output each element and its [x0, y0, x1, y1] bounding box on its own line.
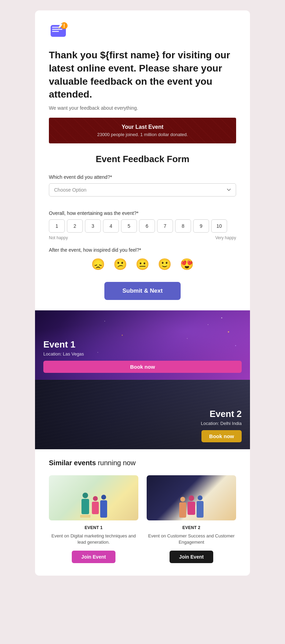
rating-labels: Not happy Very happy	[49, 235, 236, 240]
rating-7[interactable]: 7	[157, 219, 173, 233]
emoji-sad[interactable]: 😕	[112, 256, 129, 272]
rating-very-happy: Very happy	[215, 235, 236, 240]
similar-event-2-label: EVENT 2	[182, 525, 200, 530]
event-banner-subtitle: 23000 people joined. 1 million dollar do…	[56, 132, 229, 137]
event-2-name: Event 2	[210, 409, 242, 419]
emoji-very-happy[interactable]: 😍	[179, 256, 195, 272]
similar-event-2-join-button[interactable]: Join Event	[170, 551, 214, 563]
emoji-row: 😞 😕 😐 🙂 😍	[49, 256, 236, 272]
emoji-neutral[interactable]: 😐	[134, 256, 151, 272]
similar-event-1-join-button[interactable]: Join Event	[72, 551, 116, 563]
svg-rect-3	[52, 31, 59, 32]
event-card-2: Event 2 Location: Delhi India Book now	[35, 380, 250, 449]
event-2-location: Location: Delhi India	[201, 421, 242, 426]
event-1-name: Event 1	[43, 339, 242, 350]
event-1-location: Location: Las Vegas	[43, 351, 242, 357]
similar-event-1-thumb	[49, 475, 138, 520]
similar-event-2: EVENT 2 Event on Customer Success and Cu…	[147, 475, 236, 563]
similar-events-title: Similar events running now	[49, 459, 236, 467]
rating-9[interactable]: 9	[193, 219, 209, 233]
svg-rect-5	[64, 24, 64, 26]
svg-rect-2	[52, 29, 62, 30]
emoji-very-sad[interactable]: 😞	[90, 256, 106, 272]
event-banner-title: Your Last Event	[56, 124, 229, 130]
inspired-group: After the event, how inspired did you fe…	[49, 247, 236, 272]
event-2-book-button[interactable]: Book now	[201, 430, 242, 442]
svg-point-6	[64, 27, 65, 28]
similar-event-1-desc: Event on Digital marketing techniques an…	[49, 533, 138, 545]
rating-5[interactable]: 5	[121, 219, 137, 233]
form-title: Event Feedback Form	[49, 154, 236, 165]
form-section: Event Feedback Form Which event did you …	[35, 143, 250, 310]
similar-event-2-desc: Event on Customer Success and Customer E…	[147, 533, 236, 545]
rating-4[interactable]: 4	[103, 219, 119, 233]
similar-title-suffix: running now	[96, 459, 136, 467]
rating-8[interactable]: 8	[175, 219, 191, 233]
header-subtitle: We want your feedback about everything.	[49, 105, 236, 111]
event-card-1: Event 1 Location: Las Vegas Book now	[35, 310, 250, 380]
similar-event-1: EVENT 1 Event on Digital marketing techn…	[49, 475, 138, 563]
event-select[interactable]: Choose Option	[49, 183, 236, 196]
emoji-happy[interactable]: 🙂	[156, 256, 173, 272]
rating-2[interactable]: 2	[67, 219, 83, 233]
similar-title-bold: Similar events	[49, 459, 96, 467]
similar-section: Similar events running now	[35, 449, 250, 575]
thumb-2-figures	[147, 475, 236, 520]
rating-group: Overall, how entertaining was the event?…	[49, 210, 236, 240]
rating-10[interactable]: 10	[211, 219, 227, 233]
page-wrapper: Thank you ${first name} for visiting our…	[35, 10, 250, 576]
inspired-label: After the event, how inspired did you fe…	[49, 247, 236, 253]
header-section: Thank you ${first name} for visiting our…	[35, 10, 250, 143]
rating-6[interactable]: 6	[139, 219, 155, 233]
rating-row: 1 2 3 4 5 6 7 8 9 10	[49, 219, 236, 233]
rating-label: Overall, how entertaining was the event?…	[49, 210, 236, 216]
rating-not-happy: Not happy	[49, 235, 68, 240]
submit-next-button[interactable]: Submit & Next	[104, 282, 181, 300]
similar-event-2-thumb	[147, 475, 236, 520]
rating-1[interactable]: 1	[49, 219, 65, 233]
thumb-1-figures	[49, 475, 138, 520]
similar-event-1-label: EVENT 1	[85, 525, 103, 530]
logo-icon	[49, 21, 70, 42]
events-grid: EVENT 1 Event on Digital marketing techn…	[49, 475, 236, 563]
event-select-group: Which event did you attend?* Choose Opti…	[49, 174, 236, 203]
header-title: Thank you ${first name} for visiting our…	[49, 49, 236, 101]
event-1-book-button[interactable]: Book now	[43, 361, 242, 373]
event-select-label: Which event did you attend?*	[49, 174, 236, 180]
event-banner: Your Last Event 23000 people joined. 1 m…	[49, 118, 236, 143]
events-banner-section: Event 1 Location: Las Vegas Book now Eve…	[35, 310, 250, 449]
rating-3[interactable]: 3	[85, 219, 101, 233]
